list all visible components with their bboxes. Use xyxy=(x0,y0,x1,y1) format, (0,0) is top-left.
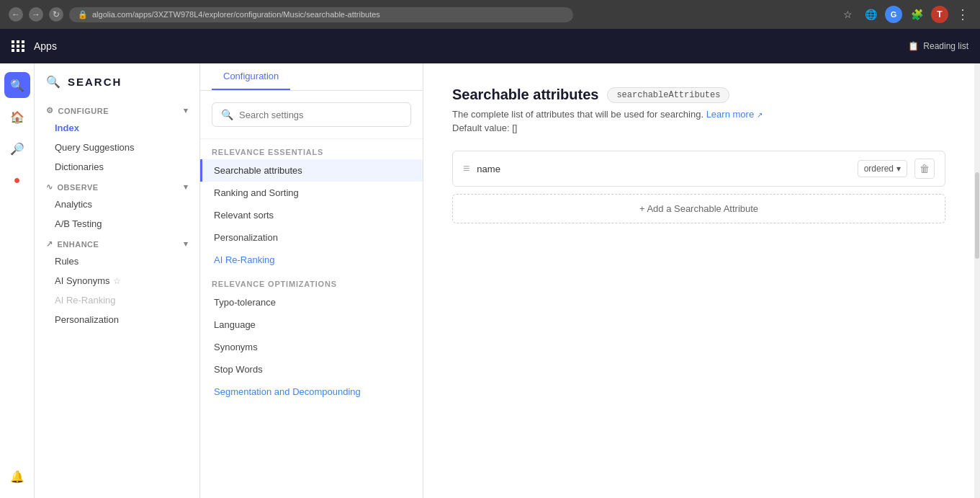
brand-icon: 🔍 xyxy=(46,75,62,89)
settings-item-ranking-sorting[interactable]: Ranking and Sorting xyxy=(200,182,423,204)
user-avatar[interactable]: T xyxy=(931,6,948,23)
globe-icon[interactable]: 🌐 xyxy=(862,6,879,23)
back-button[interactable]: ← xyxy=(9,7,23,22)
content-description: The complete list of attributes that wil… xyxy=(452,109,945,120)
star-icon: ☆ xyxy=(113,276,121,286)
enhance-label: ENHANCE xyxy=(58,240,99,249)
relevance-optimizations-label: RELEVANCE OPTIMIZATIONS xyxy=(200,271,423,291)
configure-label: CONFIGURE xyxy=(58,107,109,115)
reading-list-button[interactable]: 📋 Reading list xyxy=(908,41,968,51)
attribute-row: ≡ name ordered ▾ 🗑 xyxy=(452,151,945,187)
explore-icon-btn[interactable]: 🔎 xyxy=(4,135,30,161)
extensions-icon[interactable]: 🧩 xyxy=(908,6,925,23)
sidebar-item-ab-testing[interactable]: A/B Testing xyxy=(35,214,199,234)
chevron-down-icon: ▾ xyxy=(184,106,189,115)
chevron-down-icon: ▾ xyxy=(896,164,901,174)
settings-panel: Configuration 🔍 RELEVANCE ESSENTIALS Sea… xyxy=(200,63,423,498)
learn-more-link[interactable]: Learn more ↗ xyxy=(706,109,763,120)
reading-list-icon: 📋 xyxy=(908,41,919,51)
nav-icon-btn[interactable]: 🔔 xyxy=(4,463,30,489)
chevron-down-icon-observe: ▾ xyxy=(184,182,189,192)
configure-section-header[interactable]: ⚙ CONFIGURE ▾ xyxy=(35,100,199,118)
sidebar-item-query-suggestions[interactable]: Query Suggestions xyxy=(35,138,199,157)
sidebar-item-personalization[interactable]: Personalization xyxy=(35,310,199,329)
search-input-wrapper: 🔍 xyxy=(212,102,411,127)
settings-item-synonyms[interactable]: Synonyms xyxy=(200,336,423,358)
page-title: Searchable attributes xyxy=(452,86,598,103)
nav-sidebar: 🔍 SEARCH ⚙ CONFIGURE ▾ Index Query Sugge… xyxy=(35,63,200,498)
star-icon[interactable]: ☆ xyxy=(839,6,856,23)
gear-icon: ⚙ xyxy=(46,106,54,115)
apps-label[interactable]: Apps xyxy=(34,40,57,52)
sidebar-item-dictionaries[interactable]: Dictionaries xyxy=(35,157,199,177)
main-content: Searchable attributes searchableAttribut… xyxy=(423,63,974,498)
lock-icon: 🔒 xyxy=(78,10,88,19)
search-icon-btn[interactable]: 🔍 xyxy=(4,72,30,98)
refresh-button[interactable]: ↻ xyxy=(49,7,63,22)
top-bar: Apps 📋 Reading list xyxy=(0,29,980,63)
sidebar-item-ai-reranking: AI Re-Ranking xyxy=(35,290,199,310)
search-settings-input[interactable] xyxy=(239,110,402,120)
browser-bar: ← → ↻ 🔒 algolia.com/apps/3XZTW978L4/expl… xyxy=(0,0,980,29)
settings-item-ai-reranking[interactable]: AI Re-Ranking xyxy=(200,249,423,271)
default-value-text: Default value: [] xyxy=(452,123,945,133)
settings-item-typo-tolerance[interactable]: Typo-tolerance xyxy=(200,291,423,314)
trend-icon: ↗ xyxy=(46,239,53,249)
tabs-bar: Configuration xyxy=(200,63,423,91)
add-attribute-button[interactable]: + Add a Searchable Attribute xyxy=(452,194,945,223)
content-header: Searchable attributes searchableAttribut… xyxy=(452,86,945,103)
brand-label: SEARCH xyxy=(68,76,122,88)
url-text: algolia.com/apps/3XZTW978L4/explorer/con… xyxy=(92,10,380,19)
icon-sidebar: 🔍 🏠 🔎 ● 🔔 xyxy=(0,63,35,498)
settings-search: 🔍 xyxy=(200,91,423,139)
api-param-badge: searchableAttributes xyxy=(607,87,729,103)
attribute-name-text: name xyxy=(477,164,850,174)
sidebar-item-index[interactable]: Index xyxy=(35,118,199,138)
apps-grid-icon xyxy=(12,40,25,52)
search-icon: 🔍 xyxy=(221,109,233,120)
scrollbar-thumb[interactable] xyxy=(975,172,979,259)
observe-section-header[interactable]: ∿ OBSERVE ▾ xyxy=(35,177,199,195)
settings-item-relevant-sorts[interactable]: Relevant sorts xyxy=(200,204,423,226)
alert-icon-btn[interactable]: ● xyxy=(4,167,30,193)
sidebar-item-ai-synonyms[interactable]: AI Synonyms ☆ xyxy=(35,271,199,290)
main-layout: 🔍 🏠 🔎 ● 🔔 🔍 SEARCH ⚙ CONFIGURE ▾ Index Q… xyxy=(0,63,980,498)
external-link-icon: ↗ xyxy=(757,111,763,119)
browser-actions: ☆ 🌐 G 🧩 T ⋮ xyxy=(839,6,971,23)
menu-icon[interactable]: ⋮ xyxy=(954,6,971,23)
reading-list-label: Reading list xyxy=(923,41,968,51)
settings-list: RELEVANCE ESSENTIALS Searchable attribut… xyxy=(200,139,423,498)
settings-item-searchable-attributes[interactable]: Searchable attributes xyxy=(200,159,423,182)
chart-icon: ∿ xyxy=(46,182,53,192)
forward-button[interactable]: → xyxy=(29,7,43,22)
delete-attribute-button[interactable]: 🗑 xyxy=(914,159,935,179)
enhance-section-header[interactable]: ↗ ENHANCE ▾ xyxy=(35,234,199,252)
chevron-down-icon-enhance: ▾ xyxy=(184,239,189,249)
order-select[interactable]: ordered ▾ xyxy=(858,160,907,177)
settings-item-segmentation[interactable]: Segmentation and Decompounding xyxy=(200,381,423,403)
settings-item-language[interactable]: Language xyxy=(200,314,423,336)
google-icon[interactable]: G xyxy=(885,6,902,23)
observe-label: OBSERVE xyxy=(58,183,99,192)
drag-handle-icon[interactable]: ≡ xyxy=(463,162,469,175)
url-bar[interactable]: 🔒 algolia.com/apps/3XZTW978L4/explorer/c… xyxy=(69,7,573,22)
tab-configuration[interactable]: Configuration xyxy=(212,63,290,90)
right-scrollbar[interactable] xyxy=(974,63,980,498)
trash-icon: 🗑 xyxy=(920,163,930,174)
settings-item-personalization[interactable]: Personalization xyxy=(200,226,423,249)
relevance-essentials-label: RELEVANCE ESSENTIALS xyxy=(200,139,423,159)
sidebar-item-analytics[interactable]: Analytics xyxy=(35,195,199,214)
settings-item-stop-words[interactable]: Stop Words xyxy=(200,358,423,381)
home-icon-btn[interactable]: 🏠 xyxy=(4,104,30,130)
search-brand: 🔍 SEARCH xyxy=(35,75,199,100)
sidebar-item-rules[interactable]: Rules xyxy=(35,252,199,271)
